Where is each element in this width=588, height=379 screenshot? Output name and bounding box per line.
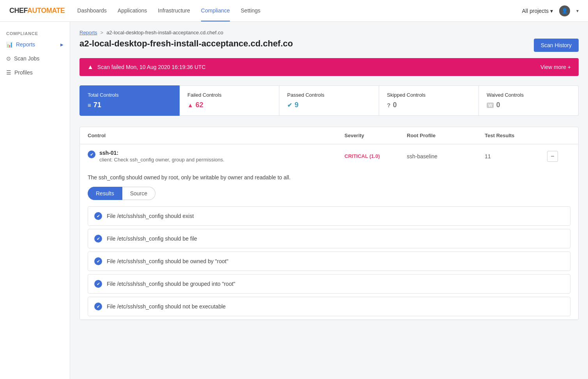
logo-automate: AUTOMATE [27,7,65,14]
nav-infrastructure[interactable]: Infrastructure [158,0,190,21]
result-check-icon-2: ✔ [94,235,102,243]
skipped-value: ? 0 [387,101,471,109]
scan-history-button[interactable]: Scan History [534,39,579,52]
result-text-1: File /etc/ssh/ssh_config should exist [107,213,194,219]
logo: CHEFAUTOMATE [9,7,65,15]
control-text: ssh-01: client: Check ssh_config owner, … [99,150,224,163]
control-expanded-desc: The ssh_config should owned by root, onl… [88,174,570,181]
header-test-results: Test Results [485,133,547,138]
main-content: Reports > a2-local-desktop-fresh-install… [70,22,588,379]
control-info: ✔ ssh-01: client: Check ssh_config owner… [88,150,344,163]
failed-controls-card[interactable]: Failed Controls ▲ 62 [180,85,279,116]
collapse-action: − [547,151,570,162]
table-header: Control Severity Root Profile Test Resul… [80,127,578,144]
scan-jobs-icon: ⊙ [6,55,11,62]
control-row: ✔ ssh-01: client: Check ssh_config owner… [80,144,578,168]
sidebar-item-scan-jobs[interactable]: ⊙ Scan Jobs [0,51,70,66]
alert-message: Scan failed Mon, 10 Aug 2020 16:19:36 UT… [97,64,206,70]
result-text-3: File /etc/ssh/ssh_config should be owned… [107,258,228,264]
passed-label: Passed Controls [287,92,371,98]
user-menu[interactable]: 👤 [559,5,570,16]
breadcrumb: Reports > a2-local-desktop-fresh-install… [79,30,579,35]
control-status-icon: ✔ [88,151,95,158]
profiles-icon: ☰ [6,69,11,76]
failed-icon: ▲ [187,102,193,108]
result-text-4: File /etc/ssh/ssh_config should be group… [107,281,235,287]
waived-badge: W [487,103,494,108]
alert-banner: ▲ Scan failed Mon, 10 Aug 2020 16:19:36 … [79,58,579,76]
header-control: Control [88,133,344,138]
logo-chef: CHEF [9,7,27,14]
passed-controls-card[interactable]: Passed Controls ✔ 9 [279,85,379,116]
result-text-2: File /etc/ssh/ssh_config should be file [107,236,197,242]
nav-compliance[interactable]: Compliance [201,0,230,21]
sidebar-item-reports[interactable]: 📊 Reports ▶ [0,37,70,51]
total-label: Total Controls [88,92,171,98]
nav-settings[interactable]: Settings [241,0,261,21]
result-item-4: ✔ File /etc/ssh/ssh_config should be gro… [88,274,570,294]
alert-left: ▲ Scan failed Mon, 10 Aug 2020 16:19:36 … [87,64,206,71]
result-text-5: File /etc/ssh/ssh_config should not be e… [107,303,226,310]
failed-label: Failed Controls [187,92,271,98]
profile-cell: ssh-baseline [407,153,485,159]
tabs-row: Results Source [88,187,570,200]
waived-controls-card[interactable]: Waived Controls W 0 [479,85,579,116]
reports-icon: 📊 [6,41,13,48]
result-item-1: ✔ File /etc/ssh/ssh_config should exist [88,206,570,226]
nav-right: All projects ▾ 👤 ▾ [522,5,579,16]
result-check-icon-4: ✔ [94,280,102,288]
layout: COMPLIANCE 📊 Reports ▶ ⊙ Scan Jobs ☰ Pro… [0,22,588,379]
table-row: ✔ ssh-01: client: Check ssh_config owner… [80,144,578,320]
results-cell: 11 [485,153,547,159]
nav-dashboards[interactable]: Dashboards [77,0,107,21]
top-nav: CHEFAUTOMATE Dashboards Applications Inf… [0,0,588,22]
waived-label: Waived Controls [487,92,570,98]
collapse-button[interactable]: − [547,151,558,162]
expanded-section: The ssh_config should owned by root, onl… [80,168,578,316]
sidebar: COMPLIANCE 📊 Reports ▶ ⊙ Scan Jobs ☰ Pro… [0,22,70,379]
sidebar-section-label: COMPLIANCE [0,28,70,37]
waived-value: W 0 [487,101,570,109]
header-severity: Severity [344,133,407,138]
passed-value: ✔ 9 [287,101,371,109]
result-check-icon-5: ✔ [94,303,102,310]
nav-links: Dashboards Applications Infrastructure C… [77,0,522,21]
page-title: a2-local-desktop-fresh-install-acceptanc… [79,39,293,49]
page-header: a2-local-desktop-fresh-install-acceptanc… [79,39,579,52]
nav-applications[interactable]: Applications [118,0,147,21]
total-icon: ≡ [88,102,91,108]
result-check-icon-1: ✔ [94,212,102,220]
result-check-icon-3: ✔ [94,257,102,265]
view-more-link[interactable]: View more + [540,64,571,70]
control-id: ssh-01: [99,150,224,156]
skipped-controls-card[interactable]: Skipped Controls ? 0 [379,85,479,116]
sidebar-item-profiles[interactable]: ☰ Profiles [0,66,70,80]
total-value: ≡ 71 [88,101,171,109]
result-item-5: ✔ File /etc/ssh/ssh_config should not be… [88,297,570,316]
reports-arrow: ▶ [60,43,64,47]
control-cards: Total Controls ≡ 71 Failed Controls ▲ 62… [79,85,579,116]
controls-table: Control Severity Root Profile Test Resul… [79,127,579,320]
all-projects-dropdown[interactable]: All projects ▾ [522,8,553,14]
breadcrumb-reports-link[interactable]: Reports [79,30,97,35]
passed-icon: ✔ [287,102,292,109]
alert-triangle-icon: ▲ [87,64,94,71]
header-root-profile: Root Profile [407,133,485,138]
failed-value: ▲ 62 [187,101,271,109]
breadcrumb-separator: > [101,30,104,35]
tab-source[interactable]: Source [122,187,155,200]
result-item-3: ✔ File /etc/ssh/ssh_config should be own… [88,251,570,271]
breadcrumb-current: a2-local-desktop-fresh-install-acceptanc… [106,30,223,35]
total-controls-card[interactable]: Total Controls ≡ 71 [79,85,180,116]
control-description: client: Check ssh_config owner, group an… [99,157,224,163]
severity-cell: CRITICAL (1.0) [344,153,407,159]
skipped-label: Skipped Controls [387,92,471,98]
tab-results[interactable]: Results [88,187,122,200]
skipped-icon: ? [387,102,390,108]
result-item-2: ✔ File /etc/ssh/ssh_config should be fil… [88,229,570,248]
